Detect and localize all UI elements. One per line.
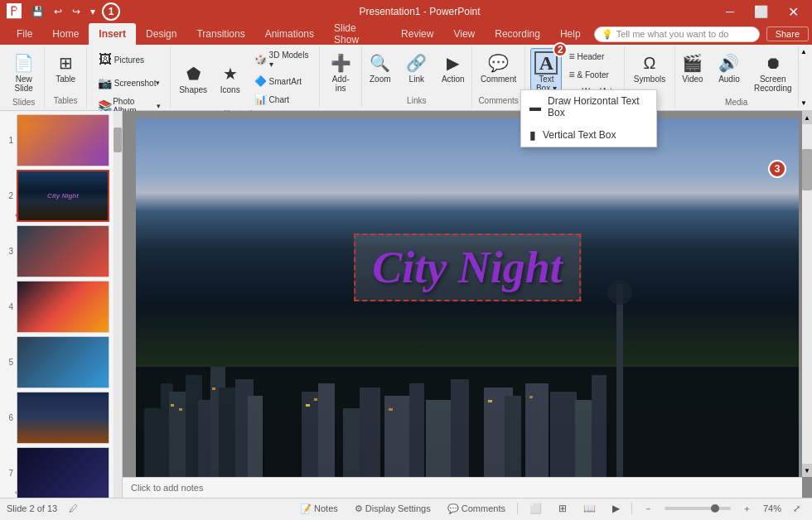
pictures-button[interactable]: 🖼 Pictures [92,48,148,71]
tab-transitions[interactable]: Transitions [186,23,254,45]
audio-button[interactable]: 🔊 Audio [713,48,746,87]
slide-panel[interactable]: 1 2 * City Night 3 4 5 [0,111,123,498]
shapes-button[interactable]: ⬟ Shapes [176,59,211,98]
chart-icon: 📊 [254,94,267,105]
notes-icon: 🖊 [69,503,78,513]
vertical-textbox-item[interactable]: ▮ Vertical Text Box [521,123,656,147]
svg-rect-33 [529,396,533,398]
ribbon-group-tables: ⊞ Table Tables [45,46,86,108]
svg-rect-29 [306,404,310,407]
svg-rect-30 [314,398,317,401]
tab-review[interactable]: Review [391,23,443,45]
comment-button[interactable]: 💬 Comment [476,48,521,87]
svg-rect-15 [360,388,380,491]
zoom-slider[interactable] [665,507,731,510]
ribbon-group-slides: 📄 New Slide Slides [3,46,45,108]
icons-button[interactable]: ★ Icons [215,59,246,98]
3d-models-button[interactable]: 🎲 3D Models ▾ [249,48,315,71]
footer-button[interactable]: ≡ & Footer [563,66,619,83]
minimize-btn[interactable]: ─ [719,2,741,22]
share-button[interactable]: Share [766,26,809,41]
notes-bar[interactable]: Click to add notes [123,477,802,498]
slide-sorter-btn[interactable]: ⊞ [553,501,572,516]
status-left: Slide 2 of 13 🖊 [7,503,78,513]
ribbon-scrollbar: ▲ ▼ [798,46,809,108]
slide-canvas[interactable]: City Night 3 [136,118,799,491]
slide-thumb-1[interactable]: 1 [3,114,118,166]
vscroll-up-btn[interactable]: ▲ [802,111,812,124]
addins-button[interactable]: ➕ Add- ins [324,48,357,96]
tab-insert[interactable]: Insert [89,23,136,45]
slide-thumb-5[interactable]: 5 [3,336,118,388]
slide-thumb-6[interactable]: 6 [3,392,118,444]
vscroll-thumb [802,149,812,190]
illustrations-group-items: ⬟ Shapes ★ Icons 🎲 3D Models ▾ 🔷 SmartAr… [176,48,315,108]
powerpoint-logo-icon: 🅿 [7,3,22,21]
smartart-button[interactable]: 🔷 SmartArt [249,73,315,89]
ribbon: File Home Insert Design Transitions Anim… [0,23,812,45]
tab-home[interactable]: Home [42,23,89,45]
tab-animations[interactable]: Animations [255,23,324,45]
video-button[interactable]: 🎬 Video [676,48,709,87]
slide-thumb-4[interactable]: 4 [3,281,118,333]
lightbulb-icon: 💡 [602,29,613,40]
canvas-vscrollbar[interactable]: ▲ ▼ [802,111,812,477]
zoom-in-btn[interactable]: ＋ [737,501,756,517]
comments-group-label: Comments [478,96,518,107]
ribbon-scroll-down[interactable]: ▼ [800,99,807,107]
screen-recording-button[interactable]: ⏺ Screen Recording [749,48,797,96]
comments-status-btn[interactable]: 💬 Comments [442,502,510,516]
main-area: 1 2 * City Night 3 4 5 [0,111,812,498]
tab-view[interactable]: View [443,23,485,45]
title-bar-left: 🅿 💾 ↩ ↪ ▾ 1 [7,2,120,21]
slide-thumb-2[interactable]: 2 * City Night [3,170,118,222]
zoom-icon: 🔍 [369,51,392,75]
vscroll-track [802,124,812,464]
screenshot-icon: 📷 [96,74,114,92]
slide-thumb-3[interactable]: 3 [3,225,118,277]
tab-help[interactable]: Help [550,23,591,45]
ribbon-scroll-up[interactable]: ▲ [800,48,807,55]
tab-slideshow[interactable]: Slide Show [324,23,391,45]
slide-panel-scrollbar[interactable] [114,111,122,498]
vscroll-down-btn[interactable]: ▼ [802,464,812,477]
zoom-button[interactable]: 🔍 Zoom [364,48,397,87]
tell-me-placeholder: Tell me what you want to do [616,29,729,39]
customize-quick-btn[interactable]: ▾ [87,4,99,19]
redo-quick-btn[interactable]: ↪ [69,4,84,19]
link-button[interactable]: 🔗 Link [400,48,433,87]
tab-file[interactable]: File [7,23,42,45]
header-footer-button[interactable]: ≡ Header [563,48,619,65]
undo-quick-btn[interactable]: ↩ [51,4,65,19]
new-slide-button[interactable]: 📄 New Slide [7,48,41,96]
slideshow-btn[interactable]: ▶ [607,501,625,516]
chart-button[interactable]: 📊 Chart [249,91,315,108]
screenshot-button[interactable]: 📷 Screenshot ▾ [92,71,165,94]
slide-title-text[interactable]: City Night [354,234,581,301]
display-settings-btn[interactable]: ⚙ Display Settings [350,502,436,516]
table-button[interactable]: ⊞ Table [49,48,82,87]
close-btn[interactable]: ✕ [781,2,805,22]
notes-status-btn[interactable]: 📝 Notes [295,502,343,516]
tell-me-search[interactable]: 💡 Tell me what you want to do [594,26,760,42]
addins-icon: ➕ [329,51,352,75]
svg-rect-22 [525,383,549,491]
screen-recording-icon: ⏺ [761,51,785,75]
comments-group-items: 💬 Comment [476,48,521,94]
zoom-out-btn[interactable]: － [639,501,658,517]
reading-view-btn[interactable]: 📖 [578,501,601,516]
svg-rect-23 [550,392,577,491]
new-slide-icon: 📄 [12,51,36,75]
status-bar: Slide 2 of 13 🖊 📝 Notes ⚙ Display Settin… [0,498,812,518]
draw-horizontal-textbox-item[interactable]: ▬ Draw Horizontal Text Box [521,90,656,123]
restore-btn[interactable]: ⬜ [747,2,775,22]
slide-image-2: City Night [17,170,109,222]
tab-recording[interactable]: Recording [485,23,550,45]
action-button[interactable]: ▶ Action [437,48,470,87]
symbols-button[interactable]: Ω Symbols [629,48,670,87]
tab-design[interactable]: Design [136,23,186,45]
save-quick-btn[interactable]: 💾 [28,4,47,19]
slide-thumb-7[interactable]: 7 * [3,447,118,498]
normal-view-btn[interactable]: ⬜ [524,501,547,516]
fit-slide-btn[interactable]: ⤢ [788,502,805,516]
